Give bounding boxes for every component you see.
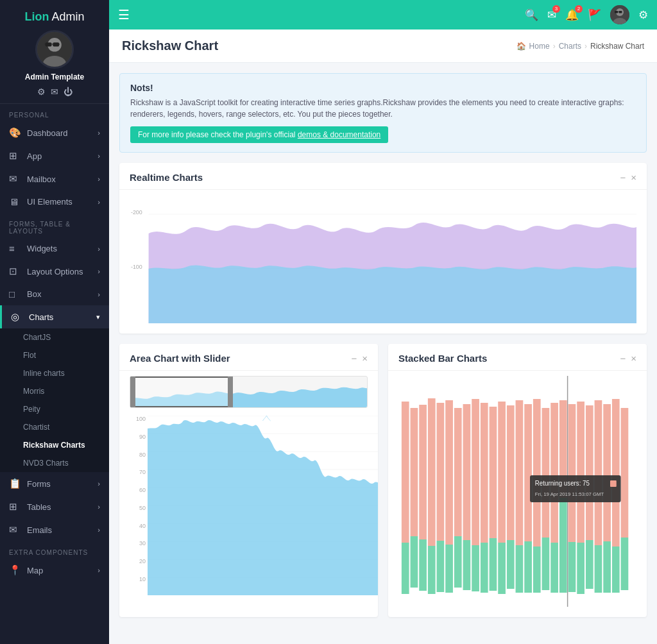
sidebar-item-ui-elements[interactable]: 🖥 UI Elements › (0, 191, 109, 213)
mailbox-label: Mailbox (27, 174, 56, 184)
content-area: Nots! Rickshaw is a JavaScript toolkit f… (109, 63, 657, 644)
sidebar-item-forms[interactable]: 📋 Forms › (0, 472, 109, 495)
svg-rect-78 (612, 547, 620, 593)
sidebar-logo: Lion Admin Admin Template ⚙ ✉ ⏻ (0, 0, 109, 104)
bell-badge: 2 (575, 5, 583, 13)
breadcrumb-current: Rickshaw Chart (590, 42, 644, 51)
svg-rect-74 (595, 545, 602, 593)
chevron-icon: › (98, 175, 100, 183)
stacked-card-body: Returning users: 75 Fri, 19 Apr 2019 11:… (388, 371, 647, 617)
sidebar-item-box[interactable]: □ Box › (0, 283, 109, 305)
topbar-avatar[interactable] (610, 5, 629, 24)
svg-rect-11 (615, 11, 618, 13)
breadcrumb-charts[interactable]: Charts (559, 42, 581, 51)
sidebar-item-layout[interactable]: ⊡ Layout Options › (0, 260, 109, 283)
hamburger-icon[interactable]: ☰ (118, 7, 130, 22)
submenu-flot[interactable]: Flot (0, 346, 109, 364)
widgets-label: Widgets (27, 244, 57, 253)
chevron-icon: › (98, 526, 100, 534)
stacked-minimize[interactable]: − (620, 353, 626, 364)
slider-right-handle[interactable] (228, 377, 233, 407)
svg-rect-60 (533, 547, 541, 593)
svg-rect-53 (507, 405, 515, 540)
chevron-icon: › (98, 152, 100, 160)
breadcrumb-sep1: › (553, 42, 556, 51)
logo-lion: Lion (24, 10, 49, 23)
flag-icon[interactable]: 🚩 (588, 8, 601, 22)
tables-icon: ⊞ (9, 501, 22, 513)
submenu-morris[interactable]: Morris (0, 382, 109, 400)
svg-rect-40 (445, 545, 453, 593)
map-label: Map (27, 566, 43, 575)
submenu-chartist[interactable]: Chartist (0, 418, 109, 436)
area-minimize[interactable]: − (351, 353, 357, 364)
stacked-title: Stacked Bar Charts (398, 353, 487, 364)
home-icon: 🏠 (516, 42, 526, 51)
submenu-peity[interactable]: Peity (0, 400, 109, 418)
stacked-bar-card: Stacked Bar Charts − × (388, 344, 647, 617)
email-topbar-icon[interactable]: ✉3 (547, 8, 556, 22)
svg-rect-82 (610, 480, 617, 487)
submenu-rickshaw[interactable]: Rickshaw Charts (0, 436, 109, 454)
svg-rect-42 (454, 536, 462, 588)
charts-submenu: ChartJS Flot Inline charts Morris Peity … (0, 328, 109, 472)
email-icon[interactable]: ✉ (51, 87, 58, 97)
realtime-close[interactable]: × (631, 172, 636, 183)
area-card-header: Area Chart with Slider − × (119, 344, 378, 371)
emails-label: Emails (27, 525, 52, 535)
realtime-charts-card: Realtime Charts − × -200 -100 (119, 163, 647, 334)
svg-rect-68 (568, 542, 576, 592)
topbar-icons: 🔍 ✉3 🔔2 🚩 ⚙ (525, 5, 648, 24)
chevron-icon: › (98, 503, 100, 511)
area-close[interactable]: × (362, 353, 368, 364)
submenu-inline-charts[interactable]: Inline charts (0, 364, 109, 382)
svg-rect-75 (603, 404, 611, 541)
svg-rect-73 (595, 400, 602, 545)
slider-handle[interactable] (130, 377, 233, 407)
sidebar-item-widgets[interactable]: ≡ Widgets › (0, 237, 109, 260)
sidebar-item-emails[interactable]: ✉ Emails › (0, 518, 109, 541)
bell-icon[interactable]: 🔔2 (565, 8, 579, 22)
chevron-icon: › (98, 291, 100, 298)
svg-rect-80 (621, 538, 629, 590)
sidebar-item-app[interactable]: ⊞ App › (0, 144, 109, 167)
sidebar-item-charts[interactable]: ◎ Charts ▾ (0, 305, 109, 328)
note-link-button[interactable]: For more info please check the plugin's … (130, 126, 388, 143)
sidebar-item-map[interactable]: 📍 Map › (0, 559, 109, 582)
area-chart-card: Area Chart with Slider − × (119, 344, 378, 617)
stacked-close[interactable]: × (631, 353, 636, 364)
forms-icon: 📋 (9, 478, 22, 489)
section-personal-label: PERSONAL (0, 104, 109, 121)
svg-rect-59 (533, 399, 541, 547)
page-header: Rickshaw Chart 🏠 Home › Charts › Ricksha… (109, 30, 657, 63)
svg-rect-36 (428, 546, 436, 594)
svg-rect-43 (463, 404, 471, 540)
note-link-prefix: For more info please check the plugin's … (138, 130, 298, 139)
svg-text:Fri, 19 Apr 2019 11:53:07 GMT: Fri, 19 Apr 2019 11:53:07 GMT (535, 491, 604, 497)
svg-rect-37 (437, 403, 445, 541)
svg-rect-56 (516, 545, 524, 593)
power-icon[interactable]: ⏻ (64, 87, 73, 97)
widgets-icon: ≡ (9, 243, 22, 254)
breadcrumb-home[interactable]: Home (529, 42, 550, 51)
sidebar-username: Admin Template (25, 72, 84, 81)
svg-rect-47 (481, 403, 488, 543)
svg-rect-64 (550, 543, 558, 593)
search-icon[interactable]: 🔍 (525, 8, 538, 22)
dashboard-icon: 🎨 (9, 127, 22, 139)
svg-rect-41 (454, 408, 462, 536)
gear-icon[interactable]: ⚙ (638, 8, 648, 22)
submenu-nvd3[interactable]: NVD3 Charts (0, 454, 109, 472)
note-link[interactable]: demos & documentation (298, 130, 380, 139)
sidebar-item-mailbox[interactable]: ✉ Mailbox › (0, 167, 109, 191)
slider-left-handle[interactable] (130, 377, 135, 407)
svg-rect-67 (568, 404, 576, 542)
submenu-chartjs[interactable]: ChartJS (0, 328, 109, 346)
sidebar-item-dashboard[interactable]: 🎨 Dashboard › (0, 121, 109, 144)
svg-rect-55 (516, 400, 524, 545)
realtime-minimize[interactable]: − (620, 172, 626, 183)
svg-rect-48 (481, 543, 488, 593)
settings-icon[interactable]: ⚙ (37, 87, 46, 97)
svg-rect-69 (577, 402, 584, 543)
sidebar-item-tables[interactable]: ⊞ Tables › (0, 495, 109, 518)
